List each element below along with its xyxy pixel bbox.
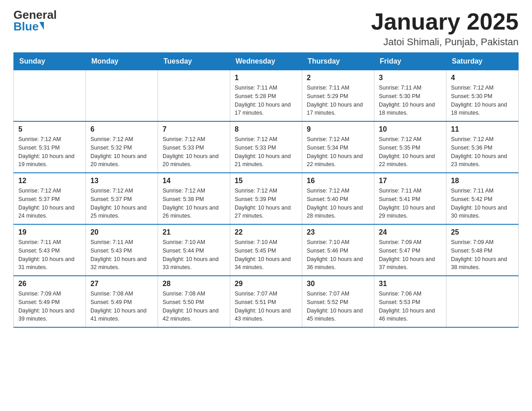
column-header-friday: Friday [374, 53, 446, 70]
column-header-saturday: Saturday [446, 53, 519, 70]
column-header-thursday: Thursday [302, 53, 374, 70]
column-header-monday: Monday [86, 53, 158, 70]
calendar-title: January 2025 [371, 9, 519, 34]
week-row-1: 1Sunrise: 7:11 AM Sunset: 5:28 PM Daylig… [14, 70, 519, 122]
calendar-cell: 15Sunrise: 7:12 AM Sunset: 5:39 PM Dayli… [230, 173, 302, 224]
calendar-cell: 25Sunrise: 7:09 AM Sunset: 5:48 PM Dayli… [446, 224, 519, 276]
day-number: 9 [307, 125, 369, 133]
day-info: Sunrise: 7:12 AM Sunset: 5:34 PM Dayligh… [307, 135, 369, 169]
week-row-4: 19Sunrise: 7:11 AM Sunset: 5:43 PM Dayli… [14, 224, 519, 276]
day-info: Sunrise: 7:12 AM Sunset: 5:32 PM Dayligh… [90, 135, 153, 169]
calendar-cell [446, 276, 519, 327]
day-info: Sunrise: 7:08 AM Sunset: 5:50 PM Dayligh… [163, 290, 225, 323]
calendar-cell: 28Sunrise: 7:08 AM Sunset: 5:50 PM Dayli… [158, 276, 230, 327]
calendar-cell: 2Sunrise: 7:11 AM Sunset: 5:29 PM Daylig… [302, 70, 374, 122]
day-info: Sunrise: 7:12 AM Sunset: 5:39 PM Dayligh… [235, 187, 297, 220]
day-number: 25 [451, 228, 514, 236]
calendar-cell: 29Sunrise: 7:07 AM Sunset: 5:51 PM Dayli… [230, 276, 302, 327]
day-number: 26 [18, 280, 81, 288]
calendar-cell: 1Sunrise: 7:11 AM Sunset: 5:28 PM Daylig… [230, 70, 302, 122]
header-row: SundayMondayTuesdayWednesdayThursdayFrid… [14, 53, 519, 70]
day-number: 3 [379, 74, 442, 82]
day-info: Sunrise: 7:07 AM Sunset: 5:51 PM Dayligh… [235, 290, 297, 323]
day-info: Sunrise: 7:10 AM Sunset: 5:44 PM Dayligh… [163, 238, 225, 272]
calendar-cell: 13Sunrise: 7:12 AM Sunset: 5:37 PM Dayli… [86, 173, 158, 224]
calendar-cell: 18Sunrise: 7:11 AM Sunset: 5:42 PM Dayli… [446, 173, 519, 224]
calendar-subtitle: Jatoi Shimali, Punjab, Pakistan [371, 36, 519, 48]
day-info: Sunrise: 7:10 AM Sunset: 5:46 PM Dayligh… [307, 238, 369, 272]
day-info: Sunrise: 7:12 AM Sunset: 5:37 PM Dayligh… [18, 187, 81, 220]
week-row-2: 5Sunrise: 7:12 AM Sunset: 5:31 PM Daylig… [14, 121, 519, 173]
day-number: 1 [235, 74, 297, 82]
calendar-cell: 24Sunrise: 7:09 AM Sunset: 5:47 PM Dayli… [374, 224, 446, 276]
calendar-cell [86, 70, 158, 122]
calendar-cell: 22Sunrise: 7:10 AM Sunset: 5:45 PM Dayli… [230, 224, 302, 276]
calendar-cell: 20Sunrise: 7:11 AM Sunset: 5:43 PM Dayli… [86, 224, 158, 276]
calendar-cell: 17Sunrise: 7:11 AM Sunset: 5:41 PM Dayli… [374, 173, 446, 224]
calendar-cell [158, 70, 230, 122]
day-number: 31 [379, 280, 442, 288]
page-header: General Blue January 2025 Jatoi Shimali,… [13, 9, 519, 48]
day-number: 28 [163, 280, 225, 288]
day-info: Sunrise: 7:12 AM Sunset: 5:33 PM Dayligh… [163, 135, 225, 169]
day-number: 13 [90, 177, 153, 185]
day-info: Sunrise: 7:12 AM Sunset: 5:36 PM Dayligh… [451, 135, 514, 169]
calendar-cell: 10Sunrise: 7:12 AM Sunset: 5:35 PM Dayli… [374, 121, 446, 173]
day-info: Sunrise: 7:06 AM Sunset: 5:53 PM Dayligh… [379, 290, 442, 323]
logo-general-text: General [13, 9, 57, 21]
day-number: 2 [307, 74, 369, 82]
day-number: 11 [451, 125, 514, 133]
calendar-cell: 4Sunrise: 7:12 AM Sunset: 5:30 PM Daylig… [446, 70, 519, 122]
calendar-cell: 14Sunrise: 7:12 AM Sunset: 5:38 PM Dayli… [158, 173, 230, 224]
day-number: 27 [90, 280, 153, 288]
calendar-header: SundayMondayTuesdayWednesdayThursdayFrid… [14, 53, 519, 70]
calendar-cell: 12Sunrise: 7:12 AM Sunset: 5:37 PM Dayli… [14, 173, 86, 224]
day-number: 24 [379, 228, 442, 236]
column-header-wednesday: Wednesday [230, 53, 302, 70]
calendar-cell: 27Sunrise: 7:08 AM Sunset: 5:49 PM Dayli… [86, 276, 158, 327]
day-number: 7 [163, 125, 225, 133]
day-number: 15 [235, 177, 297, 185]
logo: General Blue [13, 9, 57, 32]
calendar-cell: 8Sunrise: 7:12 AM Sunset: 5:33 PM Daylig… [230, 121, 302, 173]
calendar-cell: 30Sunrise: 7:07 AM Sunset: 5:52 PM Dayli… [302, 276, 374, 327]
week-row-3: 12Sunrise: 7:12 AM Sunset: 5:37 PM Dayli… [14, 173, 519, 224]
logo-blue-text: Blue [13, 21, 44, 32]
day-info: Sunrise: 7:08 AM Sunset: 5:49 PM Dayligh… [90, 290, 153, 323]
day-number: 30 [307, 280, 369, 288]
day-number: 8 [235, 125, 297, 133]
day-number: 4 [451, 74, 514, 82]
day-info: Sunrise: 7:11 AM Sunset: 5:42 PM Dayligh… [451, 187, 514, 220]
calendar-cell: 5Sunrise: 7:12 AM Sunset: 5:31 PM Daylig… [14, 121, 86, 173]
day-info: Sunrise: 7:12 AM Sunset: 5:35 PM Dayligh… [379, 135, 442, 169]
day-number: 5 [18, 125, 81, 133]
day-number: 6 [90, 125, 153, 133]
calendar-cell: 19Sunrise: 7:11 AM Sunset: 5:43 PM Dayli… [14, 224, 86, 276]
calendar-table: SundayMondayTuesdayWednesdayThursdayFrid… [13, 52, 519, 328]
day-number: 29 [235, 280, 297, 288]
calendar-cell: 11Sunrise: 7:12 AM Sunset: 5:36 PM Dayli… [446, 121, 519, 173]
day-info: Sunrise: 7:12 AM Sunset: 5:38 PM Dayligh… [163, 187, 225, 220]
day-info: Sunrise: 7:10 AM Sunset: 5:45 PM Dayligh… [235, 238, 297, 272]
calendar-cell: 7Sunrise: 7:12 AM Sunset: 5:33 PM Daylig… [158, 121, 230, 173]
day-info: Sunrise: 7:12 AM Sunset: 5:30 PM Dayligh… [451, 84, 514, 117]
day-number: 19 [18, 228, 81, 236]
day-info: Sunrise: 7:11 AM Sunset: 5:30 PM Dayligh… [379, 84, 442, 117]
logo-triangle-icon [39, 22, 44, 30]
day-info: Sunrise: 7:12 AM Sunset: 5:33 PM Dayligh… [235, 135, 297, 169]
day-info: Sunrise: 7:09 AM Sunset: 5:48 PM Dayligh… [451, 238, 514, 272]
calendar-cell: 3Sunrise: 7:11 AM Sunset: 5:30 PM Daylig… [374, 70, 446, 122]
day-number: 20 [90, 228, 153, 236]
day-number: 18 [451, 177, 514, 185]
calendar-cell: 26Sunrise: 7:09 AM Sunset: 5:49 PM Dayli… [14, 276, 86, 327]
calendar-cell: 31Sunrise: 7:06 AM Sunset: 5:53 PM Dayli… [374, 276, 446, 327]
calendar-cell [14, 70, 86, 122]
day-info: Sunrise: 7:11 AM Sunset: 5:43 PM Dayligh… [18, 238, 81, 272]
day-info: Sunrise: 7:11 AM Sunset: 5:29 PM Dayligh… [307, 84, 369, 117]
day-info: Sunrise: 7:12 AM Sunset: 5:40 PM Dayligh… [307, 187, 369, 220]
day-info: Sunrise: 7:12 AM Sunset: 5:31 PM Dayligh… [18, 135, 81, 169]
day-info: Sunrise: 7:12 AM Sunset: 5:37 PM Dayligh… [90, 187, 153, 220]
day-number: 16 [307, 177, 369, 185]
day-number: 14 [163, 177, 225, 185]
calendar-cell: 6Sunrise: 7:12 AM Sunset: 5:32 PM Daylig… [86, 121, 158, 173]
